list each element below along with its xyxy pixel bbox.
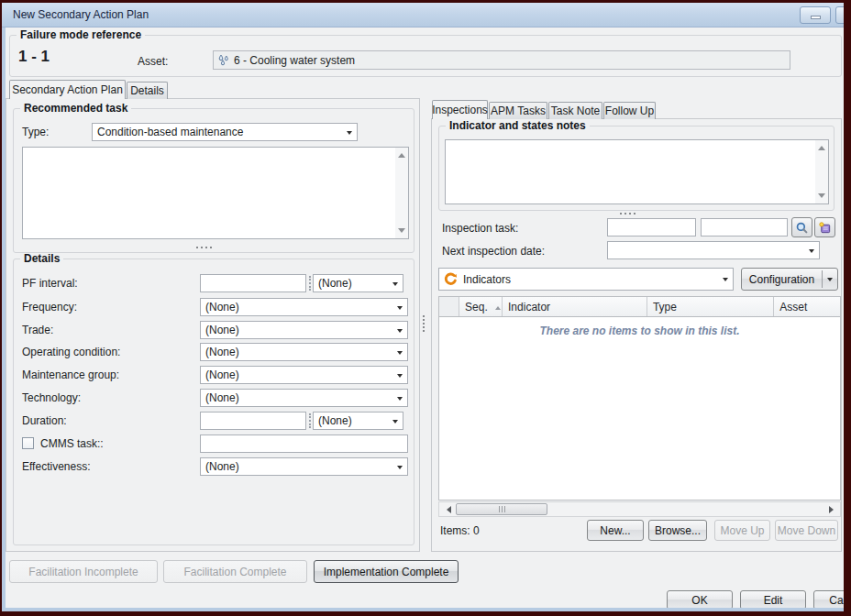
trade-combobox[interactable]: (None) <box>200 321 408 339</box>
configuration-button[interactable]: Configuration <box>741 268 838 291</box>
vertical-splitter-handle[interactable] <box>423 315 425 332</box>
indicator-notes-wrap <box>445 139 829 204</box>
move-up-button-label: Move Up <box>720 524 764 537</box>
pf-interval-unit-combobox[interactable]: (None) <box>313 274 403 292</box>
table-horizontal-scrollbar[interactable] <box>438 501 841 517</box>
facilitation-complete-button[interactable]: Facilitation Complete <box>163 560 307 583</box>
column-header-asset[interactable]: Asset <box>774 297 840 316</box>
technology-combobox[interactable]: (None) <box>200 389 408 407</box>
trade-label: Trade: <box>22 324 53 336</box>
chevron-down-icon[interactable] <box>387 275 403 292</box>
scroll-up-icon[interactable] <box>398 149 405 158</box>
asset-label: Asset: <box>138 55 168 68</box>
edit-button[interactable]: Edit <box>740 590 806 610</box>
effectiveness-label: Effectiveness: <box>22 460 90 473</box>
new-button[interactable]: New... <box>587 520 644 541</box>
type-combobox[interactable]: Condition-based maintenance <box>92 123 358 141</box>
chevron-down-icon[interactable] <box>392 344 407 360</box>
inspection-task-input-2[interactable] <box>701 218 788 236</box>
tab-details[interactable]: Details <box>127 82 168 99</box>
column-header-type[interactable]: Type <box>647 297 774 316</box>
chevron-down-icon[interactable] <box>392 299 407 315</box>
frequency-value: (None) <box>201 301 392 314</box>
cmms-task-input[interactable] <box>200 434 408 453</box>
operating-condition-label: Operating condition: <box>22 346 120 358</box>
frequency-combobox[interactable]: (None) <box>200 298 408 316</box>
edit-button-label: Edit <box>764 594 783 607</box>
vertical-scrollbar[interactable] <box>395 148 408 238</box>
vertical-scrollbar[interactable] <box>815 140 828 204</box>
window-title: New Secondary Action Plan <box>2 8 149 21</box>
inspection-task-label: Inspection task: <box>442 222 518 235</box>
browse-button[interactable]: Browse... <box>648 520 707 541</box>
window-frame-left <box>2 28 6 611</box>
scroll-down-icon[interactable] <box>398 228 405 236</box>
type-combobox-value: Condition-based maintenance <box>93 126 341 138</box>
new-note-icon <box>818 221 832 235</box>
tab-secondary-action-plan[interactable]: Secondary Action Plan <box>9 80 126 99</box>
chevron-down-icon[interactable] <box>387 412 403 429</box>
facilitation-incomplete-label: Facilitation Incomplete <box>28 566 138 578</box>
indicators-icon <box>443 271 459 287</box>
scroll-up-icon[interactable] <box>818 142 825 150</box>
cmms-task-checkbox[interactable] <box>22 437 34 449</box>
implementation-complete-label: Implementation Complete <box>324 566 449 578</box>
recommended-task-description[interactable] <box>23 148 395 238</box>
implementation-complete-button[interactable]: Implementation Complete <box>314 560 459 583</box>
duration-input[interactable] <box>200 412 306 430</box>
effectiveness-combobox[interactable]: (None) <box>200 457 408 476</box>
indicator-notes-group-label: Indicator and states notes <box>446 120 590 132</box>
dialog-window: New Secondary Action Plan Failure mode r… <box>0 0 851 616</box>
indicators-selector[interactable]: Indicators <box>438 268 734 291</box>
next-inspection-date-combobox[interactable] <box>607 241 820 259</box>
new-note-button[interactable] <box>814 217 835 237</box>
indicator-notes-textarea[interactable] <box>446 140 815 204</box>
column-header-type-label: Type <box>653 301 677 314</box>
indicators-table[interactable]: Seq. 1 Indicator Type Asset There are no… <box>438 296 841 500</box>
cmms-task-label: CMMS task:: <box>40 437 104 450</box>
technology-label: Technology: <box>22 391 81 404</box>
chevron-down-icon[interactable] <box>803 242 819 258</box>
water-drops-icon <box>217 54 230 67</box>
column-header-indicator[interactable]: Indicator <box>503 297 647 316</box>
scroll-right-icon[interactable] <box>825 502 840 516</box>
operating-condition-combobox[interactable]: (None) <box>200 343 408 361</box>
chevron-down-icon[interactable] <box>717 269 733 290</box>
chevron-down-icon[interactable] <box>392 458 407 475</box>
ok-button-label: OK <box>691 594 707 607</box>
tab-apm-tasks[interactable]: APM Tasks <box>489 102 547 119</box>
duration-unit-combobox[interactable]: (None) <box>313 412 403 430</box>
tab-task-note[interactable]: Task Note <box>548 102 602 119</box>
operating-condition-value: (None) <box>201 346 392 358</box>
scroll-left-icon[interactable] <box>439 502 454 516</box>
facilitation-incomplete-button[interactable]: Facilitation Incomplete <box>9 560 158 583</box>
sort-ascending-icon: 1 <box>495 302 503 312</box>
chevron-down-icon[interactable] <box>392 367 407 383</box>
scroll-down-icon[interactable] <box>818 193 825 202</box>
horizontal-splitter-handle[interactable] <box>620 213 635 214</box>
duration-label: Duration: <box>22 414 67 427</box>
column-header-seq[interactable]: Seq. 1 <box>459 297 503 316</box>
chevron-down-icon[interactable] <box>392 322 407 338</box>
configuration-button-label: Configuration <box>742 273 822 286</box>
chevron-down-icon[interactable] <box>827 278 833 284</box>
browse-button-label: Browse... <box>655 524 701 537</box>
minimize-button[interactable] <box>800 6 831 24</box>
scrollbar-thumb[interactable] <box>456 503 547 515</box>
move-down-button[interactable]: Move Down <box>775 520 838 541</box>
ok-button[interactable]: OK <box>667 590 733 610</box>
horizontal-splitter-handle[interactable] <box>196 247 212 248</box>
trade-value: (None) <box>201 324 392 336</box>
title-bar[interactable]: New Secondary Action Plan <box>2 3 851 28</box>
move-up-button[interactable]: Move Up <box>714 520 770 541</box>
column-header-seq-label: Seq. <box>465 301 488 314</box>
chevron-down-icon[interactable] <box>392 390 407 406</box>
row-indicator-column-header[interactable] <box>439 297 459 316</box>
chevron-down-icon[interactable] <box>341 124 357 140</box>
inspection-task-input-1[interactable] <box>607 218 696 236</box>
tab-follow-up[interactable]: Follow Up <box>603 102 656 119</box>
tab-inspections[interactable]: Inspections <box>432 100 488 119</box>
pf-interval-input[interactable] <box>200 274 306 292</box>
maintenance-group-combobox[interactable]: (None) <box>200 366 408 384</box>
lookup-button[interactable] <box>791 217 812 237</box>
